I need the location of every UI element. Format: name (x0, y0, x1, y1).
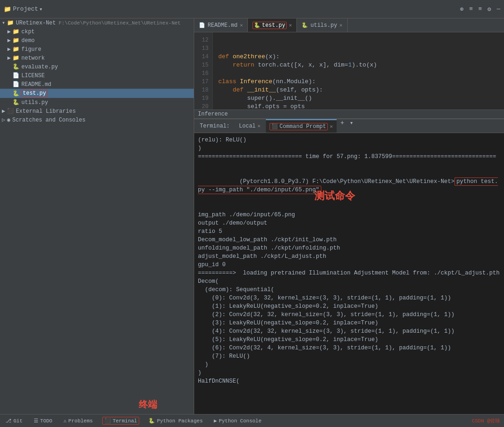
terminal-tab-local[interactable]: Local ✕ (235, 119, 264, 133)
local-tab-close[interactable]: ✕ (258, 123, 261, 129)
sidebar-item-readme[interactable]: ▶ 📄 README.md (0, 80, 194, 89)
root-collapse-icon: ▾ (2, 19, 5, 26)
project-dropdown[interactable]: ▾ (39, 6, 43, 13)
terminal-label-tab: Terminal: (196, 119, 234, 133)
status-terminal[interactable]: ⬛ Terminal (102, 417, 140, 425)
project-icon: 📁 (4, 6, 11, 13)
ext-libs-label: External Libraries (16, 108, 76, 115)
nav-icon-2[interactable]: ≡ (469, 6, 473, 13)
status-problems[interactable]: ⚠ Problems (61, 418, 94, 424)
problems-label: Problems (68, 418, 93, 424)
cmd-tab-box: ⬛ Command Prompt (270, 123, 328, 130)
terminal-content[interactable]: (relu): ReLU() ) =======================… (194, 133, 504, 414)
sidebar-item-testpy[interactable]: ▶ 🐍 test.py (0, 89, 194, 98)
nav-icon-3[interactable]: ≡ (479, 6, 482, 13)
readme-tab-label: README.md (208, 22, 238, 29)
sidebar-item-demo[interactable]: ▶ 📁 demo (0, 36, 194, 45)
term-blank (198, 161, 500, 169)
python-packages-icon: 🐍 (148, 418, 155, 424)
sidebar-root[interactable]: ▾ 📁 URetinex-Net F:\Code\Python\URetinex… (0, 18, 194, 27)
testpy-tab-icon: 🐍 (254, 22, 260, 28)
scratches-icon: ◉ (7, 116, 10, 123)
term-separator: ============================== time for … (198, 152, 500, 161)
term-conv4: (4): Conv2d(32, 32, kernel_size=(3, 3), … (198, 327, 500, 336)
term-loading: ==========> loading pretrained Illuminat… (198, 269, 500, 277)
term-prompt-line: (Pytorch1.8.0_Py3.7) F:\Code\Python\URet… (198, 169, 500, 211)
terminal-chevron[interactable]: ▾ (348, 119, 355, 133)
code-line-13 (218, 44, 498, 53)
readme-tab-close[interactable]: ✕ (240, 22, 243, 28)
code-line-17: class Inference(nn.Module): (218, 78, 498, 86)
utils-tab-close[interactable]: ✕ (339, 22, 343, 28)
inference-tooltip: Inference (194, 110, 504, 118)
term-close-outer: ) (198, 369, 500, 377)
nav-icon-1[interactable]: ⊕ (460, 6, 464, 13)
evaluate-file-icon: 🐍 (12, 63, 19, 70)
status-bar: ⎇ Git ☰ TODO ⚠ Problems ⬛ Terminal 终端 🐍 … (0, 414, 504, 427)
readme-tab-icon: 📄 (199, 22, 205, 28)
sidebar-item-utils[interactable]: ▶ 🐍 utils.py (0, 98, 194, 107)
top-bar-actions: ⊕ ≡ ≡ ⚙ — (460, 6, 500, 13)
network-label: network (21, 55, 44, 61)
todo-label: TODO (40, 418, 52, 424)
status-git[interactable]: ⎇ Git (4, 418, 25, 424)
status-python-packages[interactable]: 🐍 Python Packages (147, 418, 204, 424)
project-label[interactable]: Project (13, 6, 38, 12)
terminal-add-button[interactable]: + (338, 119, 346, 133)
sidebar-item-evaluate[interactable]: ▶ 🐍 evaluate.py (0, 62, 194, 71)
term-lrelu3: (3): LeakyReLU(negative_slope=0.2, inpla… (198, 319, 500, 327)
root-folder-icon: 📁 (7, 19, 14, 26)
annotation-terminal: 终端 (139, 398, 157, 411)
sidebar: ▾ 📁 URetinex-Net F:\Code\Python\URetinex… (0, 18, 194, 414)
minimize-icon[interactable]: — (497, 6, 500, 13)
readme-label: README.md (21, 81, 51, 88)
terminal-tab-cmdprompt[interactable]: ⬛ Command Prompt ✕ (266, 119, 336, 133)
term-close-inner: ) (198, 360, 500, 369)
code-line-20: self.opts = opts (218, 103, 498, 110)
term-gpuid: gpu_id 0 (198, 261, 500, 269)
demo-folder-icon: 📁 (12, 37, 19, 44)
evaluate-label: evaluate.py (21, 64, 58, 70)
term-line-paren: ) (198, 144, 500, 152)
sidebar-item-figure[interactable]: ▶ 📁 figure (0, 45, 194, 54)
network-folder-icon: 📁 (12, 55, 19, 61)
terminal-tabs-bar: Terminal: Local ✕ ⬛ Command Prompt ✕ (194, 119, 504, 133)
csdn-label: CSDN @佐咏 (472, 418, 500, 424)
sidebar-item-ext-libs[interactable]: ▶ ⬛ External Libraries (0, 107, 194, 116)
editor-tabs: 📄 README.md ✕ 🐍 test.py ✕ 🐍 utils.py (194, 18, 504, 32)
license-label: LICENSE (21, 73, 44, 79)
term-conv2: (2): Conv2d(32, 32, kernel_size=(3, 3), … (198, 311, 500, 319)
status-todo[interactable]: ☰ TODO (32, 418, 54, 424)
code-line-18: def __init__(self, opts): (218, 86, 498, 94)
tab-readme[interactable]: 📄 README.md ✕ (194, 18, 248, 32)
python-console-icon: ▶ (214, 418, 217, 424)
tooltip-text: Inference (198, 111, 228, 117)
license-file-icon: 📄 (12, 72, 19, 79)
ckpt-expand-icon: ▶ (7, 28, 11, 35)
root-label: URetinex-Net (16, 20, 55, 26)
term-halfdncnnse: HalfDnCNNSE( (198, 377, 500, 385)
testpy-tab-close[interactable]: ✕ (289, 22, 292, 28)
tab-testpy[interactable]: 🐍 test.py ✕ (248, 18, 297, 32)
code-content[interactable]: def one2three(x): return torch.cat([x, x… (213, 32, 504, 110)
status-right: CSDN @佐咏 (472, 417, 500, 424)
settings-icon[interactable]: ⚙ (487, 6, 491, 13)
status-python-console[interactable]: ▶ Python Console (212, 418, 264, 424)
term-conv0: (0): Conv2d(3, 32, kernel_size=(3, 3), s… (198, 294, 500, 302)
tab-utils[interactable]: 🐍 utils.py ✕ (297, 18, 347, 32)
bottom-panel: Terminal: Local ✕ ⬛ Command Prompt ✕ (194, 118, 504, 414)
sidebar-item-network[interactable]: ▶ 📁 network (0, 54, 194, 62)
python-packages-label: Python Packages (157, 418, 203, 424)
code-line-16 (218, 69, 498, 78)
root-path: F:\Code\Python\URetinex_Net\URetinex-Net (59, 20, 181, 26)
sidebar-item-license[interactable]: ▶ 📄 LICENSE (0, 71, 194, 80)
term-relu7: (7): ReLU() (198, 352, 500, 360)
code-editor[interactable]: 12 13 14 15 16 17 18 19 20 21 22 (194, 32, 504, 110)
sidebar-item-ckpt[interactable]: ▶ 📁 ckpt (0, 27, 194, 36)
term-line-relu: (relu): ReLU() (198, 136, 500, 144)
cmd-icon: ⬛ (271, 123, 278, 129)
sidebar-item-scratches[interactable]: ▷ ◉ Scratches and Consoles (0, 116, 194, 124)
terminal-status-label: Terminal (113, 418, 137, 424)
cmd-tab-close[interactable]: ✕ (330, 123, 333, 129)
network-expand-icon: ▶ (7, 55, 11, 61)
